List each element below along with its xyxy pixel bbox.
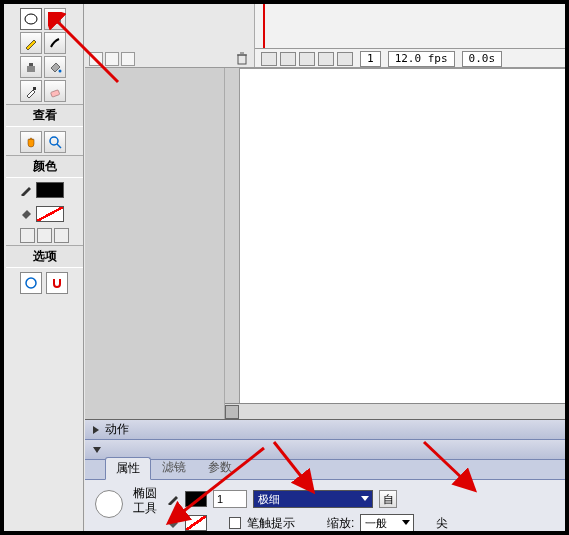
- rectangle-tool[interactable]: [44, 8, 66, 30]
- tab-properties[interactable]: 属性: [105, 457, 151, 480]
- stroke-color-swatch[interactable]: [185, 491, 207, 507]
- actions-panel-header[interactable]: 动作: [85, 420, 565, 440]
- modify-markers-button[interactable]: [337, 52, 353, 66]
- fill-color-row: [6, 202, 83, 226]
- paint-bucket-tool[interactable]: [44, 56, 66, 78]
- actions-label: 动作: [105, 421, 129, 438]
- svg-rect-1: [50, 15, 60, 23]
- tool-preview-icon: [95, 490, 123, 518]
- scale-label: 缩放:: [327, 515, 354, 532]
- center-frame-button[interactable]: [261, 52, 277, 66]
- tool-grid-main: [6, 4, 83, 104]
- stroke-color-row: [6, 178, 83, 202]
- options-section-header: 选项: [6, 245, 83, 268]
- scale-dropdown[interactable]: 一般: [360, 514, 414, 532]
- new-folder-button[interactable]: [121, 52, 135, 66]
- stroke-swatch[interactable]: [36, 182, 64, 198]
- fill-swatch[interactable]: [36, 206, 64, 222]
- svg-point-9: [26, 278, 36, 288]
- bucket-icon: [20, 208, 32, 220]
- object-drawing-toggle[interactable]: [20, 272, 42, 294]
- scroll-thumb[interactable]: [225, 405, 239, 419]
- hand-tool[interactable]: [20, 131, 42, 153]
- stroke-weight-field[interactable]: [213, 490, 247, 508]
- current-frame-readout: 1: [360, 51, 381, 67]
- eraser-tool[interactable]: [44, 80, 66, 102]
- tab-filters[interactable]: 滤镜: [151, 456, 197, 479]
- eyedropper-tool[interactable]: [20, 80, 42, 102]
- trash-icon[interactable]: [235, 51, 249, 65]
- tool-grid-view: [6, 127, 83, 155]
- collapse-icon: [93, 447, 101, 453]
- svg-point-0: [25, 14, 37, 24]
- swap-button[interactable]: [54, 228, 69, 243]
- zoom-tool[interactable]: [44, 131, 66, 153]
- svg-rect-5: [33, 87, 36, 90]
- color-tools-row: [6, 226, 83, 245]
- edit-multiple-button[interactable]: [318, 52, 334, 66]
- fill-icon: [167, 517, 179, 529]
- fps-readout: 12.0 fps: [388, 51, 455, 67]
- fill-color-swatch[interactable]: [185, 515, 207, 531]
- custom-stroke-button[interactable]: 自: [379, 490, 397, 508]
- svg-rect-3: [29, 63, 33, 66]
- canvas-wrap: [85, 68, 565, 419]
- svg-rect-10: [238, 55, 246, 64]
- prop-controls: 极细 自 笔触提示 缩放: 一般 尖: [167, 486, 555, 532]
- bw-button[interactable]: [20, 228, 35, 243]
- new-layer-button[interactable]: [89, 52, 103, 66]
- oval-tool[interactable]: [20, 8, 42, 30]
- svg-point-4: [59, 70, 62, 73]
- svg-rect-2: [27, 66, 35, 72]
- onion-outline-button[interactable]: [299, 52, 315, 66]
- expand-icon: [93, 426, 99, 434]
- timeline-panel: 1 12.0 fps 0.0s: [85, 4, 565, 68]
- ink-bottle-tool[interactable]: [20, 56, 42, 78]
- timeline-controls: 1 12.0 fps 0.0s: [255, 48, 565, 68]
- onion-skin-button[interactable]: [280, 52, 296, 66]
- svg-point-7: [50, 137, 58, 145]
- stroke-icon: [167, 493, 179, 505]
- toolbox: 查看 颜色 选项: [6, 4, 84, 531]
- bottom-panels: 动作 属性 滤镜 参数 椭圆工具: [85, 419, 565, 531]
- pencil-tool[interactable]: [20, 32, 42, 54]
- properties-tabs: 属性 滤镜 参数: [85, 460, 565, 480]
- stroke-hint-checkbox[interactable]: [229, 517, 241, 529]
- view-section-header: 查看: [6, 104, 83, 127]
- tab-params[interactable]: 参数: [197, 456, 243, 479]
- timeline-layers: [85, 4, 255, 67]
- canvas-gutter: [85, 68, 225, 419]
- pencil-icon: [20, 184, 32, 196]
- colors-section-header: 颜色: [6, 155, 83, 178]
- timeline-frames: 1 12.0 fps 0.0s: [255, 4, 565, 67]
- svg-line-8: [57, 144, 61, 148]
- stroke-style-dropdown[interactable]: 极细: [253, 490, 373, 508]
- tool-name-label: 椭圆工具: [133, 486, 157, 516]
- nocolor-button[interactable]: [37, 228, 52, 243]
- playhead[interactable]: [263, 4, 265, 48]
- add-guide-button[interactable]: [105, 52, 119, 66]
- main-area: 1 12.0 fps 0.0s 动作 属性 滤镜: [85, 4, 565, 531]
- stroke-hint-label: 笔触提示: [247, 515, 295, 532]
- snap-toggle[interactable]: [46, 272, 68, 294]
- elapsed-readout: 0.0s: [462, 51, 503, 67]
- cap-label: 尖: [436, 515, 448, 532]
- svg-rect-6: [51, 90, 60, 97]
- hscrollbar[interactable]: [225, 403, 565, 419]
- brush-tool[interactable]: [44, 32, 66, 54]
- canvas-area: [225, 68, 565, 419]
- stage[interactable]: [239, 68, 565, 408]
- options-row: [6, 268, 83, 298]
- properties-body: 椭圆工具 极细 自 笔触提示: [85, 480, 565, 535]
